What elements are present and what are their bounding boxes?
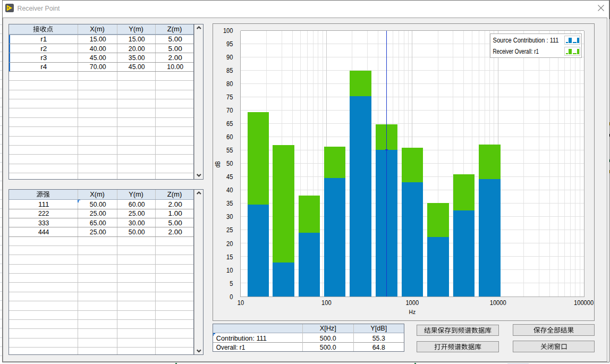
svg-text:35: 35 xyxy=(226,200,233,207)
svg-text:70.00: 70.00 xyxy=(90,63,106,71)
svg-text:222: 222 xyxy=(38,209,49,217)
svg-text:444: 444 xyxy=(38,228,49,236)
svg-text:Y(m): Y(m) xyxy=(129,190,143,198)
svg-text:2.00: 2.00 xyxy=(168,200,182,208)
svg-text:30: 30 xyxy=(226,213,233,221)
svg-text:45: 45 xyxy=(226,173,233,181)
svg-text:Z(m): Z(m) xyxy=(167,25,182,33)
svg-text:Contribution: 111: Contribution: 111 xyxy=(216,334,267,342)
svg-text:90: 90 xyxy=(226,54,233,61)
svg-text:Hz: Hz xyxy=(409,309,416,315)
svg-text:15.00: 15.00 xyxy=(129,35,145,43)
svg-text:40: 40 xyxy=(226,187,233,194)
svg-text:Receiver Point: Receiver Point xyxy=(18,4,60,12)
svg-text:dB: dB xyxy=(214,161,222,167)
svg-text:2.00: 2.00 xyxy=(168,54,182,62)
svg-text:Y[dB]: Y[dB] xyxy=(370,324,387,332)
svg-text:50.00: 50.00 xyxy=(129,228,145,236)
svg-text:75: 75 xyxy=(226,94,233,101)
svg-text:20.00: 20.00 xyxy=(129,45,145,53)
svg-text:25: 25 xyxy=(226,226,233,234)
svg-text:10.00: 10.00 xyxy=(167,63,183,71)
svg-text:15.00: 15.00 xyxy=(90,35,106,43)
svg-text:45.00: 45.00 xyxy=(90,54,106,62)
svg-text:Y(m): Y(m) xyxy=(129,25,143,33)
svg-text:X[Hz]: X[Hz] xyxy=(320,324,336,332)
svg-text:r4: r4 xyxy=(40,63,47,71)
svg-text:45.00: 45.00 xyxy=(129,63,145,71)
svg-text:X(m): X(m) xyxy=(90,190,105,198)
svg-text:80: 80 xyxy=(226,80,233,88)
svg-text:333: 333 xyxy=(38,219,49,227)
svg-text:111: 111 xyxy=(38,200,49,208)
svg-text:35.00: 35.00 xyxy=(129,54,145,62)
svg-text:55.3: 55.3 xyxy=(372,334,385,342)
svg-text:100000: 100000 xyxy=(574,299,594,307)
svg-text:65: 65 xyxy=(226,120,233,128)
svg-text:1000: 1000 xyxy=(405,299,419,307)
svg-text:50.00: 50.00 xyxy=(90,200,106,208)
svg-text:70: 70 xyxy=(226,107,233,114)
svg-text:r3: r3 xyxy=(40,54,47,62)
svg-text:r2: r2 xyxy=(40,45,47,53)
svg-text:500.0: 500.0 xyxy=(320,343,336,351)
svg-text:30.00: 30.00 xyxy=(129,219,145,227)
svg-text:25.00: 25.00 xyxy=(90,228,106,236)
svg-text:1.00: 1.00 xyxy=(168,209,182,217)
svg-text:25.00: 25.00 xyxy=(90,209,106,217)
svg-text:500.0: 500.0 xyxy=(320,334,336,342)
svg-text:40.00: 40.00 xyxy=(90,45,106,53)
svg-text:5.00: 5.00 xyxy=(168,35,182,43)
svg-text:15: 15 xyxy=(226,253,233,261)
svg-text:5.00: 5.00 xyxy=(168,45,182,53)
svg-text:20: 20 xyxy=(226,240,233,248)
svg-text:10: 10 xyxy=(238,299,244,307)
svg-text:85: 85 xyxy=(226,67,233,74)
svg-text:100: 100 xyxy=(223,27,233,35)
svg-text:60.00: 60.00 xyxy=(129,200,145,208)
svg-text:55: 55 xyxy=(226,147,233,154)
svg-text:Receiver Overall: r1: Receiver Overall: r1 xyxy=(493,48,539,55)
svg-text:r1: r1 xyxy=(40,35,47,43)
svg-text:5: 5 xyxy=(230,280,233,287)
svg-text:65.00: 65.00 xyxy=(90,219,106,227)
svg-text:5.00: 5.00 xyxy=(168,219,182,227)
svg-text:Z(m): Z(m) xyxy=(167,190,182,198)
svg-text:10: 10 xyxy=(226,267,233,274)
svg-text:64.8: 64.8 xyxy=(372,343,385,351)
svg-text:60: 60 xyxy=(226,133,233,141)
svg-text:100: 100 xyxy=(321,299,332,307)
svg-text:2.00: 2.00 xyxy=(168,228,182,236)
svg-text:50: 50 xyxy=(226,160,233,167)
svg-text:Overall: r1: Overall: r1 xyxy=(216,343,245,351)
svg-text:Source Contribution : 111: Source Contribution : 111 xyxy=(493,37,559,44)
svg-text:95: 95 xyxy=(226,40,233,48)
svg-text:X(m): X(m) xyxy=(90,25,105,33)
svg-text:25.00: 25.00 xyxy=(129,209,145,217)
svg-text:10000: 10000 xyxy=(490,299,506,307)
svg-text:0: 0 xyxy=(230,293,233,301)
